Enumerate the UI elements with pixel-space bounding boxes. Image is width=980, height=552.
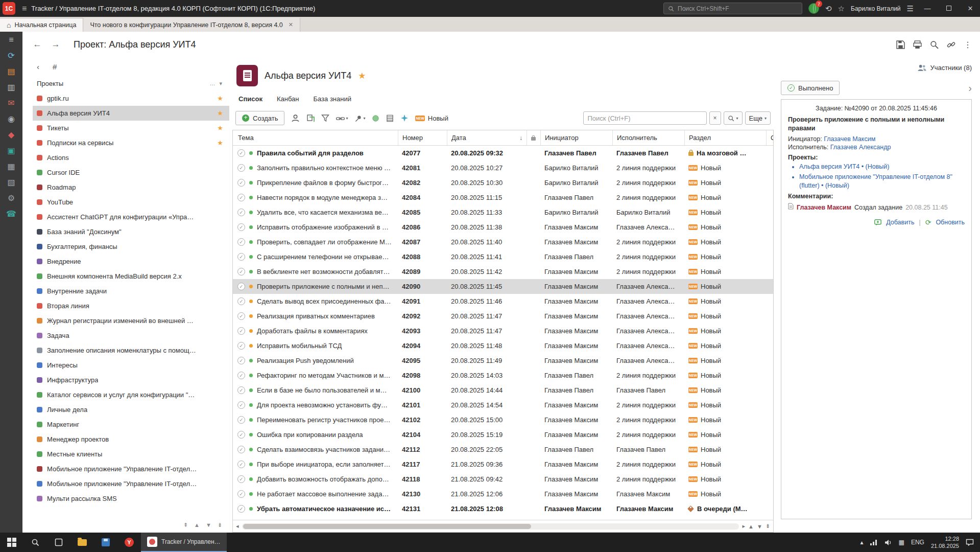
project-list-item[interactable]: Подписки на сервисы ★ [33, 135, 229, 150]
history-icon[interactable]: ⟲ [825, 4, 832, 13]
scroll-up-icon[interactable]: ▲ [194, 522, 200, 528]
favorite-star-icon[interactable]: ★ [217, 109, 223, 117]
complete-check-icon[interactable]: ✓ [237, 505, 245, 513]
project-list-item[interactable]: Cursor IDE [33, 165, 229, 180]
col-theme[interactable]: Тема [233, 130, 398, 145]
comment-author[interactable]: Глазачев Максим [797, 204, 851, 211]
project-list-item[interactable]: Местные клиенты [33, 447, 229, 462]
complete-check-icon[interactable]: ✓ [237, 312, 245, 320]
tab-whats-new[interactable]: Что нового в конфигурации Управление IT-… [83, 18, 300, 32]
start-button[interactable] [0, 533, 23, 552]
project-list-item[interactable]: База знаний "Доксинум" [33, 224, 229, 239]
table-row[interactable]: ✓ Ошибка при копировании раздела 42104 2… [233, 427, 773, 442]
table-row[interactable]: ✓ Рефакторинг по методам Участников и м…… [233, 368, 773, 383]
complete-check-icon[interactable]: ✓ [237, 475, 245, 483]
collapse-sidebar-icon[interactable]: ‹ [37, 62, 39, 71]
complete-check-icon[interactable]: ✓ [237, 297, 245, 305]
col-initiator[interactable]: Инициатор [540, 130, 612, 145]
current-user[interactable]: Барилко Виталий [851, 5, 900, 12]
back-button[interactable]: ← [30, 38, 45, 51]
project-list-item[interactable]: Журнал регистрации изменений во внешней … [33, 313, 229, 328]
color-mark-icon[interactable] [372, 114, 379, 122]
calendar-icon[interactable]: ▦ [7, 163, 15, 171]
create-button[interactable]: + Создать [235, 111, 284, 125]
project-list-item[interactable]: YouTube [33, 195, 229, 210]
add-comment-button[interactable]: Добавить [886, 219, 914, 226]
project-list-item[interactable]: Вторая линия [33, 298, 229, 313]
save-icon[interactable] [896, 40, 905, 49]
row-down-icon[interactable]: ▼ [757, 523, 762, 530]
table-row[interactable]: ✓ Если в базе не было пользователей и м…… [233, 383, 773, 398]
project-list-item[interactable]: Внешняя компонента MediaBuild версия 2.x [33, 269, 229, 284]
network-icon[interactable] [870, 539, 878, 545]
complete-check-icon[interactable]: ✓ [237, 253, 245, 261]
numbering-icon[interactable]: # [53, 62, 57, 71]
project-list-item[interactable]: Мобильное приложение "Управление IT-отде… [33, 476, 229, 491]
complete-check-icon[interactable]: ✓ [237, 164, 245, 172]
complete-check-icon[interactable]: ✓ [237, 223, 245, 231]
minimize-button[interactable]: — [920, 5, 935, 12]
tab-close-icon[interactable]: ✕ [289, 21, 293, 28]
project-list-item[interactable]: Roadmap [33, 180, 229, 195]
sections-menu-icon[interactable]: ≡ [9, 36, 13, 44]
user-menu-icon[interactable]: ☰ [907, 4, 914, 13]
users-icon[interactable]: ◉ [8, 115, 15, 123]
pin-dropdown-icon[interactable]: ▾ [354, 114, 365, 122]
horizontal-scrollbar[interactable] [242, 523, 739, 530]
table-row[interactable]: ✓ Проверить приложение с полными и неп… … [233, 279, 773, 294]
file-explorer-button[interactable] [70, 533, 94, 552]
favorite-star-icon[interactable]: ★ [217, 139, 223, 147]
complete-check-icon[interactable]: ✓ [237, 490, 245, 498]
table-row[interactable]: ✓ С расширением телефонии не открывае… 4… [233, 249, 773, 264]
page-bottom-icon[interactable]: ⇟ [218, 522, 222, 528]
initiator-link[interactable]: Глазачев Максим [824, 135, 875, 143]
project-list-item[interactable]: gptik.ru ★ [33, 91, 229, 106]
copy-document-icon[interactable] [306, 114, 315, 122]
assign-user-icon[interactable] [291, 114, 300, 123]
row-up-icon[interactable]: ▲ [748, 523, 754, 530]
complete-check-icon[interactable]: ✓ [237, 194, 245, 201]
complete-check-icon[interactable]: ✓ [237, 431, 245, 439]
go-to-end-icon[interactable]: ⇟ [766, 523, 770, 530]
table-row[interactable]: ✓ Убрать автоматическое назначение ис… 4… [233, 501, 773, 516]
scroll-left-icon[interactable]: ◂ [236, 523, 239, 530]
table-row[interactable]: ✓ Реализация Push уведомлений 42095 20.0… [233, 353, 773, 368]
view-tab[interactable]: Канбан [277, 95, 299, 103]
ai-assistant-icon[interactable] [400, 114, 409, 122]
col-number[interactable]: Номер [398, 130, 447, 145]
project-link[interactable]: Альфа версия УИТ4 • (Новый) [799, 163, 965, 171]
project-list-item[interactable]: Менеджер проектов [33, 432, 229, 447]
clock[interactable]: 12:28 21.08.2025 [931, 535, 959, 550]
table-row[interactable]: ✓ Правила событий для разделов 42077 20.… [233, 146, 773, 160]
complete-check-icon[interactable]: ✓ [237, 446, 245, 453]
table-row[interactable]: ✓ Исправить отображение изображений в … … [233, 220, 773, 235]
complete-check-icon[interactable]: ✓ [237, 386, 245, 394]
language-indicator[interactable]: ENG [911, 539, 924, 546]
scrollbar-thumb[interactable] [243, 524, 532, 529]
sidebar-collapse-caret-icon[interactable]: ▾ [219, 80, 222, 87]
complete-check-icon[interactable]: ✓ [237, 372, 245, 379]
columns-icon[interactable] [386, 114, 394, 122]
print-queue-icon[interactable]: ▥ [7, 83, 15, 91]
project-list-item[interactable]: Личные дела [33, 402, 229, 417]
favorite-star-icon[interactable]: ★ [217, 95, 223, 102]
col-extra[interactable]: С [766, 130, 773, 145]
table-row[interactable]: ✓ Реализация приватных комментариев 4209… [233, 309, 773, 324]
col-private[interactable] [527, 130, 540, 145]
complete-check-icon[interactable]: ✓ [237, 357, 245, 364]
complete-check-icon[interactable]: ✓ [237, 401, 245, 409]
tray-expand-icon[interactable]: ▴ [861, 539, 864, 546]
settings-icon[interactable]: ⚙ [8, 194, 15, 202]
box-icon[interactable]: ▣ [7, 147, 15, 155]
scroll-right-icon[interactable]: ▸ [742, 523, 745, 530]
favorite-star-icon[interactable]: ★ [217, 124, 223, 132]
table-row[interactable]: ✓ Прикрепление файлов в форму быстрог… 4… [233, 175, 773, 190]
clear-search-button[interactable]: × [709, 111, 721, 125]
table-row[interactable]: ✓ Исправить мобильный ТСД 42094 20.08.20… [233, 338, 773, 353]
done-button[interactable]: ✓ Выполнено [781, 81, 840, 95]
refresh-button[interactable]: Обновить [936, 219, 965, 226]
col-section[interactable]: Раздел [684, 130, 766, 145]
1c-app-button[interactable] [94, 533, 117, 552]
complete-check-icon[interactable]: ✓ [237, 327, 245, 335]
search-button[interactable]: ▾ [724, 111, 743, 125]
